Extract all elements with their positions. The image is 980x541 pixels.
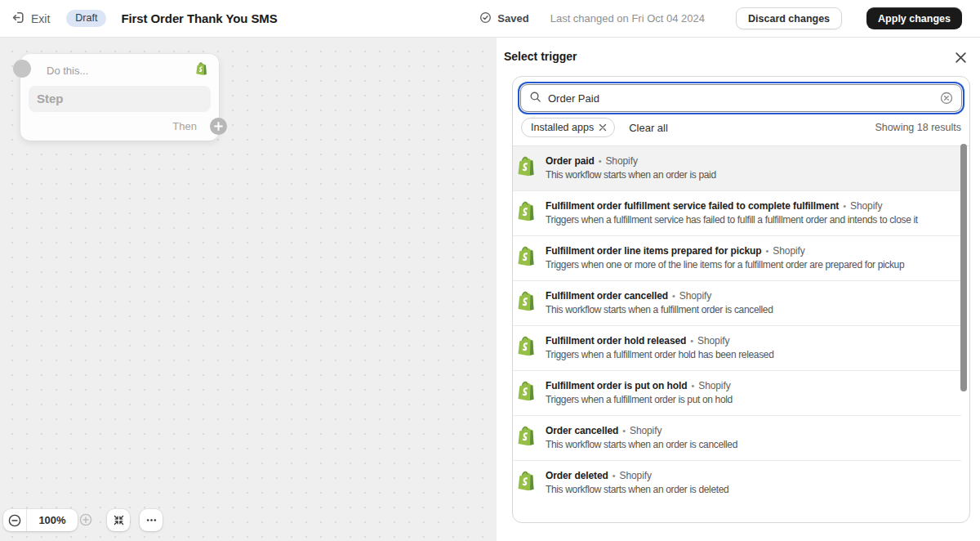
- trigger-source: Shopify: [630, 425, 662, 436]
- trigger-text: Order deleted•Shopify This workflow star…: [546, 469, 728, 496]
- exit-label: Exit: [31, 12, 50, 25]
- trigger-title: Fulfillment order cancelled: [546, 290, 668, 302]
- separator-dot: •: [691, 381, 694, 391]
- trigger-title: Fulfillment order line items prepared fo…: [546, 245, 762, 257]
- trigger-list-item[interactable]: Order cancelled•Shopify This workflow st…: [513, 415, 961, 460]
- exit-icon: [11, 11, 25, 27]
- trigger-list-item[interactable]: Fulfillment order hold released•Shopify …: [513, 325, 961, 370]
- trigger-text: Fulfillment order line items prepared fo…: [546, 244, 904, 271]
- zoom-out-button[interactable]: [3, 509, 27, 531]
- trigger-source: Shopify: [620, 470, 652, 481]
- panel-title: Select trigger: [504, 50, 577, 63]
- trigger-description: This workflow starts when an order is ca…: [546, 439, 737, 451]
- trigger-title: Fulfillment order hold released: [546, 335, 686, 347]
- close-panel-button[interactable]: [953, 50, 969, 68]
- trigger-description: This workflow starts when an order is pa…: [546, 169, 716, 181]
- clear-all-button[interactable]: Clear all: [629, 122, 668, 134]
- trigger-text: Fulfillment order hold released•Shopify …: [546, 334, 773, 361]
- trigger-description: Triggers when a fulfillment order is put…: [546, 394, 733, 406]
- search-input[interactable]: [548, 92, 933, 105]
- minus-circle-icon: [8, 514, 21, 527]
- trigger-description: Triggers when a fulfillment service has …: [546, 214, 918, 226]
- saved-label: Saved: [497, 12, 528, 25]
- shopify-bag-icon: [518, 156, 537, 181]
- trigger-list-item[interactable]: Fulfillment order line items prepared fo…: [513, 235, 961, 280]
- connector-node: [13, 60, 31, 78]
- trigger-list-item[interactable]: Fulfillment order cancelled•Shopify This…: [513, 280, 961, 325]
- chip-label: Installed apps: [531, 122, 594, 133]
- exit-button[interactable]: Exit: [11, 11, 50, 27]
- trigger-text: Order cancelled•Shopify This workflow st…: [546, 424, 737, 451]
- ellipsis-icon: [145, 514, 158, 526]
- more-options-button[interactable]: [140, 509, 163, 531]
- trigger-list-item[interactable]: Fulfillment order is put on hold•Shopify…: [513, 370, 961, 415]
- trigger-title: Fulfillment order is put on hold: [546, 380, 687, 391]
- trigger-title: Order deleted: [546, 470, 608, 481]
- trigger-text: Fulfillment order is put on hold•Shopify…: [546, 379, 733, 406]
- shopify-bag-icon: [518, 426, 537, 451]
- circle-x-icon: [940, 92, 953, 105]
- workflow-title: First Order Thank You SMS: [121, 11, 277, 25]
- separator-dot: •: [612, 471, 616, 481]
- trigger-title: Fulfillment order fulfillment service fa…: [546, 200, 839, 212]
- scrollbar-thumb[interactable]: [960, 144, 967, 391]
- trigger-text: Order paid•Shopify This workflow starts …: [546, 154, 716, 181]
- filter-chip-installed-apps[interactable]: Installed apps: [521, 118, 615, 137]
- then-label: Then: [172, 120, 197, 132]
- discard-changes-button[interactable]: Discard changes: [736, 7, 842, 29]
- apply-changes-button[interactable]: Apply changes: [866, 7, 962, 29]
- trigger-description: Triggers when a fulfillment order hold h…: [546, 349, 773, 361]
- card-header-label: Do this...: [47, 65, 88, 77]
- trigger-source: Shopify: [773, 245, 804, 257]
- select-trigger-panel: Select trigger: [497, 38, 980, 541]
- trigger-list-item[interactable]: Order paid•Shopify This workflow starts …: [513, 146, 961, 190]
- trigger-text: Fulfillment order cancelled•Shopify This…: [546, 289, 773, 316]
- clear-search-button[interactable]: [940, 92, 953, 105]
- topbar: Exit Draft First Order Thank You SMS Sav…: [0, 0, 980, 38]
- last-changed-text: Last changed on Fri Oct 04 2024: [550, 12, 705, 25]
- trigger-description: This workflow starts when a fulfillment …: [546, 304, 773, 316]
- saved-check-icon: [479, 11, 492, 26]
- zoom-controls: 100%: [3, 509, 78, 531]
- search-section: Installed apps Clear all Showing 18 resu…: [513, 77, 969, 146]
- results-count: Showing 18 results: [875, 122, 961, 133]
- trigger-source: Shopify: [698, 380, 730, 391]
- trigger-step-card[interactable]: Do this... Step Then: [20, 54, 219, 141]
- trigger-list-container: Installed apps Clear all Showing 18 resu…: [512, 76, 970, 523]
- separator-dot: •: [672, 291, 675, 301]
- zoom-to-fit-button[interactable]: [107, 509, 130, 531]
- separator-dot: •: [622, 426, 626, 436]
- trigger-list-item[interactable]: Order deleted•Shopify This workflow star…: [513, 460, 961, 505]
- shopify-bag-icon: [518, 471, 537, 496]
- remove-chip-icon[interactable]: [599, 123, 607, 132]
- workflow-canvas[interactable]: Do this... Step Then 100%: [0, 38, 497, 541]
- separator-dot: •: [843, 201, 846, 211]
- trigger-source: Shopify: [679, 290, 711, 302]
- trigger-source: Shopify: [697, 335, 729, 347]
- step-placeholder[interactable]: Step: [29, 86, 211, 112]
- close-icon: [955, 51, 967, 64]
- trigger-source: Shopify: [850, 200, 882, 212]
- zoom-in-button[interactable]: [79, 513, 92, 526]
- filter-row: Installed apps Clear all Showing 18 resu…: [520, 118, 962, 137]
- save-status: Saved: [479, 11, 528, 26]
- search-icon: [529, 91, 541, 106]
- shopify-bag-icon: [518, 201, 537, 226]
- zoom-level-label: 100%: [27, 514, 78, 526]
- trigger-description: Triggers when one or more of the line it…: [546, 259, 904, 271]
- search-input-wrapper: [520, 84, 962, 112]
- shopify-bag-icon: [518, 381, 537, 406]
- separator-dot: •: [690, 336, 693, 346]
- shopify-bag-icon: [196, 62, 208, 78]
- trigger-description: This workflow starts when an order is de…: [546, 484, 728, 496]
- trigger-source: Shopify: [605, 155, 637, 167]
- add-action-button[interactable]: [210, 118, 227, 135]
- trigger-title: Order paid: [546, 155, 595, 167]
- trigger-list-item[interactable]: Fulfillment order fulfillment service fa…: [513, 190, 961, 235]
- trigger-list: Order paid•Shopify This workflow starts …: [513, 146, 961, 505]
- shopify-bag-icon: [518, 336, 537, 361]
- trigger-text: Fulfillment order fulfillment service fa…: [546, 199, 918, 226]
- separator-dot: •: [766, 246, 769, 256]
- fit-view-icon: [113, 514, 125, 526]
- shopify-bag-icon: [518, 291, 537, 316]
